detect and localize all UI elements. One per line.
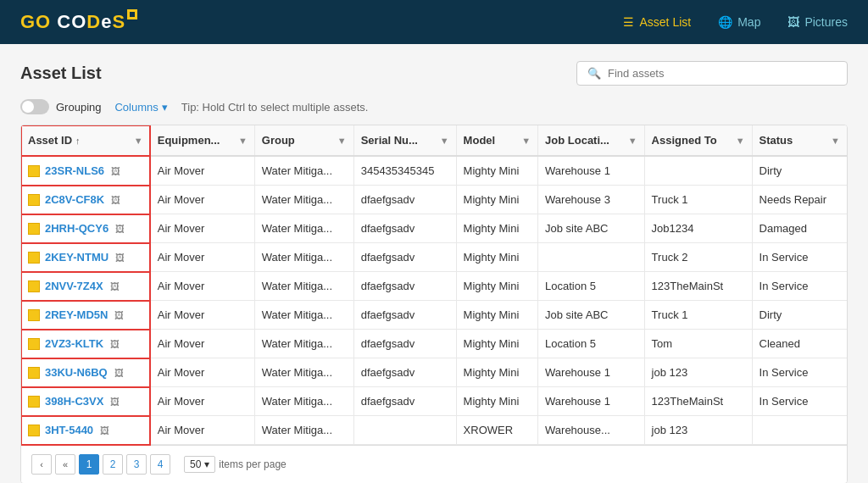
row-checkbox[interactable]	[28, 280, 40, 292]
nav-pictures[interactable]: 🖼 Pictures	[787, 15, 848, 29]
filter-icon-location[interactable]: ▼	[628, 136, 637, 146]
per-page-dropdown[interactable]: 50 ▾	[184, 456, 215, 473]
asset-id-link[interactable]: 23SR-NLS6	[45, 164, 104, 177]
table-row: 33KU-N6BQ 🖼 Air MoverWater Mitiga...dfae…	[21, 358, 847, 387]
image-thumb-icon: 🖼	[110, 281, 120, 291]
row-checkbox[interactable]	[28, 223, 40, 235]
asset-id-link[interactable]: 33KU-N6BQ	[45, 366, 108, 379]
filter-icon-group[interactable]: ▼	[337, 136, 347, 146]
col-job-location[interactable]: Job Locati... ▼	[538, 125, 645, 156]
filter-icon-asset-id[interactable]: ▼	[134, 136, 143, 146]
col-equipment[interactable]: Equipmen... ▼	[150, 125, 254, 156]
cell-equipment: Air Mover	[150, 387, 254, 416]
cell-asset-id: 2REY-MD5N 🖼	[21, 301, 150, 330]
tip-text: Tip: Hold Ctrl to select multiple assets…	[181, 101, 369, 114]
asset-id-link[interactable]: 2NVV-7Z4X	[45, 280, 103, 292]
cell-equipment: Air Mover	[150, 330, 254, 358]
cell-group: Water Mitiga...	[254, 186, 353, 214]
nav-asset-list[interactable]: ☰ Asset List	[623, 15, 691, 29]
cell-serial: 345435345345	[353, 156, 456, 186]
col-assigned-to[interactable]: Assigned To ▼	[644, 125, 752, 156]
asset-id-link[interactable]: 3HT-5440	[45, 424, 93, 436]
table-row: 398H-C3VX 🖼 Air MoverWater Mitiga...dfae…	[21, 387, 847, 416]
image-thumb-icon: 🖼	[111, 195, 120, 205]
sort-asc-icon: ↑	[75, 136, 81, 146]
cell-serial: dfaefgsadv	[353, 330, 456, 358]
cell-location: Warehouse 1	[538, 156, 645, 186]
main-content: Asset List 🔍 Grouping Columns ▾ Tip: Hol…	[0, 44, 868, 483]
cell-model: Mighty Mini	[456, 301, 537, 330]
image-thumb-icon: 🖼	[115, 253, 125, 263]
cell-equipment: Air Mover	[150, 243, 254, 272]
cell-serial: dfaefgsadv	[353, 301, 456, 330]
table-row: 2HRH-QCY6 🖼 Air MoverWater Mitiga...dfae…	[21, 214, 847, 243]
cell-asset-id: 2NVV-7Z4X 🖼	[21, 272, 150, 301]
col-group[interactable]: Group ▼	[254, 125, 353, 156]
asset-id-link[interactable]: 2VZ3-KLTK	[45, 337, 103, 350]
table-row: 2VZ3-KLTK 🖼 Air MoverWater Mitiga...dfae…	[21, 330, 847, 358]
cell-asset-id: 23SR-NLS6 🖼	[21, 156, 150, 186]
filter-icon-status[interactable]: ▼	[831, 136, 840, 146]
filter-icon-assigned[interactable]: ▼	[736, 136, 745, 146]
grouping-toggle[interactable]: Grouping	[20, 99, 101, 114]
columns-button[interactable]: Columns ▾	[114, 101, 167, 114]
cell-equipment: Air Mover	[150, 301, 254, 330]
cell-model: Mighty Mini	[456, 186, 537, 214]
cell-equipment: Air Mover	[150, 416, 254, 445]
nav-map[interactable]: 🌐 Map	[718, 15, 760, 29]
filter-icon-serial[interactable]: ▼	[440, 136, 449, 146]
cell-serial: dfaefgsadv	[353, 387, 456, 416]
cell-location: Warehouse 3	[538, 186, 645, 214]
logo-go: GO	[20, 11, 57, 32]
page-1-button[interactable]: 1	[79, 454, 99, 475]
cell-assigned: Job1234	[644, 214, 752, 243]
row-checkbox[interactable]	[28, 309, 40, 321]
row-checkbox[interactable]	[28, 425, 40, 436]
cell-status: Dirty	[752, 301, 847, 330]
asset-table: Asset ID ↑ ▼ Equipmen... ▼ Group	[21, 125, 847, 445]
asset-id-link[interactable]: 2REY-MD5N	[45, 308, 108, 321]
cell-status: In Service	[752, 387, 847, 416]
asset-id-link[interactable]: 2KEY-NTMU	[45, 251, 108, 264]
row-checkbox[interactable]	[28, 338, 40, 350]
row-checkbox[interactable]	[28, 165, 40, 177]
table-row: 2KEY-NTMU 🖼 Air MoverWater Mitiga...dfae…	[21, 243, 847, 272]
page-3-button[interactable]: 3	[126, 454, 147, 475]
image-icon: 🖼	[787, 15, 799, 29]
filter-icon-equipment[interactable]: ▼	[238, 136, 248, 146]
search-input[interactable]	[608, 67, 837, 80]
logo-text: GO CODeS	[20, 11, 137, 33]
row-checkbox[interactable]	[28, 367, 40, 379]
list-icon: ☰	[623, 15, 634, 29]
col-asset-id[interactable]: Asset ID ↑ ▼	[21, 125, 150, 156]
cell-assigned: Tom	[644, 330, 752, 358]
first-page-button[interactable]: «	[55, 454, 75, 475]
asset-id-link[interactable]: 2C8V-CF8K	[45, 193, 104, 206]
per-page-chevron: ▾	[204, 458, 209, 470]
filter-icon-model[interactable]: ▼	[521, 136, 531, 146]
prev-page-button[interactable]: ‹	[31, 454, 52, 475]
table-row: 2NVV-7Z4X 🖼 Air MoverWater Mitiga...dfae…	[21, 272, 847, 301]
image-thumb-icon: 🖼	[100, 425, 109, 436]
cell-asset-id: 33KU-N6BQ 🖼	[21, 358, 150, 387]
cell-serial: dfaefgsadv	[353, 272, 456, 301]
page-2-button[interactable]: 2	[103, 454, 123, 475]
col-serial[interactable]: Serial Nu... ▼	[353, 125, 456, 156]
asset-id-link[interactable]: 2HRH-QCY6	[45, 222, 108, 235]
row-checkbox[interactable]	[28, 194, 40, 206]
cell-group: Water Mitiga...	[254, 272, 353, 301]
asset-id-link[interactable]: 398H-C3VX	[45, 395, 103, 408]
col-status[interactable]: Status ▼	[752, 125, 847, 156]
row-checkbox[interactable]	[28, 396, 40, 408]
cell-model: Mighty Mini	[456, 156, 537, 186]
image-thumb-icon: 🖼	[115, 224, 125, 234]
col-model[interactable]: Model ▼	[456, 125, 537, 156]
row-checkbox[interactable]	[28, 252, 40, 264]
cell-status: In Service	[752, 243, 847, 272]
cell-location: Warehouse 1	[538, 358, 645, 387]
cell-model: Mighty Mini	[456, 387, 537, 416]
cell-asset-id: 398H-C3VX 🖼	[21, 387, 150, 416]
page-4-button[interactable]: 4	[150, 454, 170, 475]
page-header: Asset List 🔍	[20, 61, 848, 86]
cell-model: XROWER	[456, 416, 537, 445]
